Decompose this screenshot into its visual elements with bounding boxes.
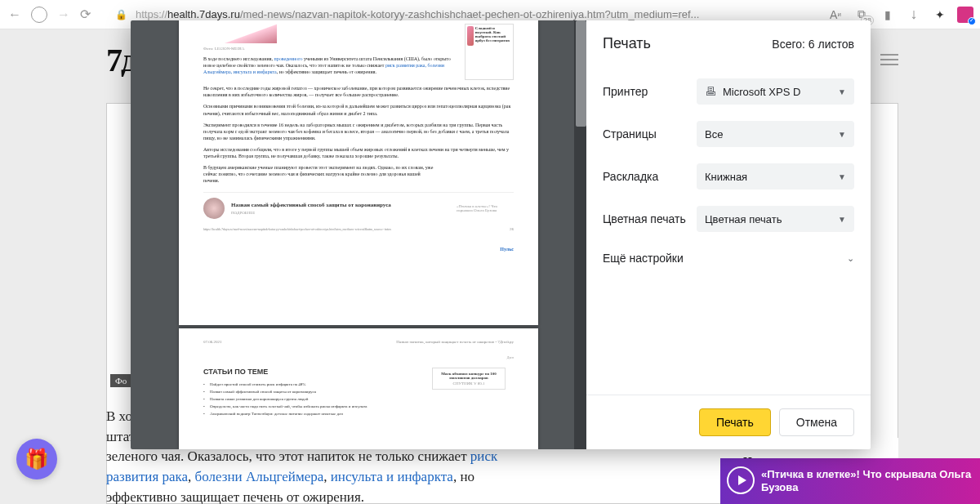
pages-value: Все: [705, 128, 723, 140]
preview-pulse-link: Пульс: [500, 247, 514, 252]
menu-button[interactable]: [880, 54, 898, 65]
preview-paragraph: Основными причинами возникновения этой б…: [203, 103, 514, 116]
url-protocol: https://: [136, 8, 167, 20]
printer-label: Принтер: [603, 85, 697, 98]
cancel-button[interactable]: Отмена: [779, 408, 854, 436]
preview-paragraph: Авторы исследования сообщили, что в итог…: [203, 146, 514, 159]
article-link[interactable]: инсульта и инфаркта: [331, 469, 453, 484]
preview-paragraph: Эксперимент проводился в течение 16 неде…: [203, 122, 514, 141]
preview-news-card: Маск объявил конкурс на 100 миллионов до…: [432, 368, 506, 390]
printer-icon: 🖶: [705, 85, 716, 98]
chevron-down-icon: ▼: [838, 130, 846, 139]
chevron-down-icon: ▼: [838, 215, 846, 224]
print-preview-pane: Фото: LEGION-MEDIA В ходе последнего исс…: [131, 20, 586, 449]
back-button[interactable]: ←: [7, 7, 23, 22]
more-settings-label: Ещё настройки: [603, 252, 684, 265]
more-settings-toggle[interactable]: Ещё настройки ⌄: [603, 240, 854, 276]
media-banner[interactable]: «Птичка в клетке»! Что скрывала Ольга Бу…: [720, 458, 980, 504]
chevron-down-icon: ▼: [838, 172, 846, 181]
preview-paragraph: Не секрет, что в последние годы жировой …: [203, 85, 514, 98]
pages-label: Страницы: [603, 127, 697, 140]
layout-value: Книжная: [705, 171, 747, 183]
preview-paragraph: В будущем американские ученые планируют …: [203, 164, 436, 184]
address-bar[interactable]: https://health.7days.ru/med-news/nazvan-…: [136, 8, 818, 20]
preview-image: [203, 24, 277, 43]
bookmark-icon[interactable]: ▮: [879, 6, 897, 24]
preview-caption: Фото: LEGION-MEDIA: [203, 47, 457, 51]
print-button[interactable]: Печать: [699, 408, 771, 436]
preview-page-3: 07.06.2021Назван напиток, который защища…: [179, 328, 538, 449]
print-dialog: Фото: LEGION-MEDIA В ходе последнего исс…: [131, 20, 871, 449]
preview-promo: Назван самый эффективный способ защиты о…: [203, 192, 514, 219]
layout-select[interactable]: Книжная ▼: [697, 163, 854, 190]
print-settings-pane: Печать Всего: 6 листов Принтер 🖶 Microso…: [586, 20, 871, 449]
chevron-down-icon: ▼: [838, 87, 846, 96]
pages-select[interactable]: Все ▼: [697, 121, 854, 147]
color-label: Цветная печать: [603, 212, 697, 226]
forward-button[interactable]: →: [56, 7, 72, 22]
alice-icon[interactable]: ✦: [931, 6, 949, 24]
photo-credit-tag: Фо: [110, 374, 131, 387]
lock-icon: 🔒: [115, 9, 127, 20]
preview-scrollbar-thumb[interactable]: [576, 20, 586, 127]
printer-select[interactable]: 🖶 Microsoft XPS D ▼: [697, 78, 854, 105]
url-path: /med-news/nazvan-napitok-kotoryy-zashchi…: [240, 8, 700, 20]
preview-scrollbar[interactable]: [574, 20, 586, 449]
extension-icon[interactable]: [957, 7, 973, 23]
chevron-down-icon: ⌄: [847, 253, 854, 264]
reload-button[interactable]: ⟳: [80, 7, 91, 22]
preview-section-title: СТАТЬИ ПО ТЕМЕ: [203, 368, 419, 376]
layout-label: Раскладка: [603, 170, 697, 183]
gift-button[interactable]: 🎁: [16, 439, 57, 479]
printer-value: Microsoft XPS D: [723, 86, 800, 98]
color-select[interactable]: Цветная печать ▼: [697, 206, 854, 232]
article-fragment: В хо: [106, 408, 132, 424]
preview-page-2: Фото: LEGION-MEDIA В ходе последнего исс…: [179, 20, 538, 325]
article-link[interactable]: болезни Альцгеймера: [195, 469, 324, 484]
dialog-title: Печать: [603, 35, 651, 52]
color-value: Цветная печать: [705, 213, 782, 225]
sheet-count: Всего: 6 листов: [772, 38, 854, 51]
yandex-home-button[interactable]: [31, 7, 47, 23]
preview-sidebar-card: Сладкий и вкусный. Как выбрать спелый ар…: [465, 24, 514, 80]
banner-text: «Птичка в клетке»! Что скрывала Ольга Бу…: [761, 468, 980, 493]
url-host: health.7days.ru: [167, 8, 240, 20]
downloads-icon[interactable]: ↓: [905, 6, 923, 24]
play-icon[interactable]: [727, 466, 755, 494]
